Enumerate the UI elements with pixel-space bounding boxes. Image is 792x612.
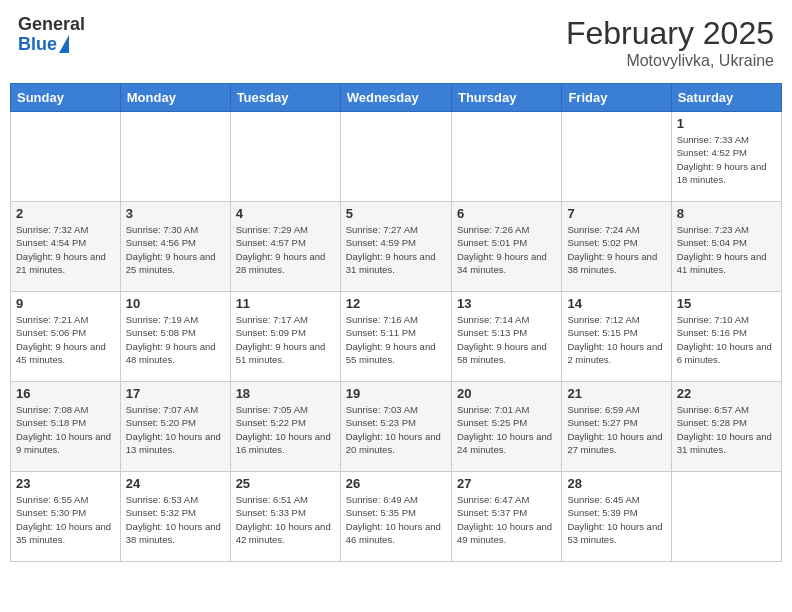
day-number: 4 [236,206,335,221]
day-number: 19 [346,386,446,401]
day-info: Sunrise: 7:26 AM Sunset: 5:01 PM Dayligh… [457,223,556,276]
day-number: 3 [126,206,225,221]
calendar-cell [120,112,230,202]
calendar-header-friday: Friday [562,84,671,112]
day-number: 28 [567,476,665,491]
day-number: 9 [16,296,115,311]
day-info: Sunrise: 6:49 AM Sunset: 5:35 PM Dayligh… [346,493,446,546]
calendar-cell [11,112,121,202]
day-info: Sunrise: 7:10 AM Sunset: 5:16 PM Dayligh… [677,313,776,366]
month-title: February 2025 [566,15,774,52]
calendar-cell [230,112,340,202]
day-number: 20 [457,386,556,401]
day-number: 26 [346,476,446,491]
day-info: Sunrise: 7:21 AM Sunset: 5:06 PM Dayligh… [16,313,115,366]
day-info: Sunrise: 6:51 AM Sunset: 5:33 PM Dayligh… [236,493,335,546]
day-info: Sunrise: 7:07 AM Sunset: 5:20 PM Dayligh… [126,403,225,456]
day-info: Sunrise: 7:14 AM Sunset: 5:13 PM Dayligh… [457,313,556,366]
day-info: Sunrise: 7:01 AM Sunset: 5:25 PM Dayligh… [457,403,556,456]
day-number: 23 [16,476,115,491]
calendar-cell: 9Sunrise: 7:21 AM Sunset: 5:06 PM Daylig… [11,292,121,382]
day-number: 22 [677,386,776,401]
day-info: Sunrise: 7:23 AM Sunset: 5:04 PM Dayligh… [677,223,776,276]
logo-general-text: General [18,15,85,35]
day-number: 27 [457,476,556,491]
day-number: 18 [236,386,335,401]
calendar-cell: 11Sunrise: 7:17 AM Sunset: 5:09 PM Dayli… [230,292,340,382]
day-info: Sunrise: 6:59 AM Sunset: 5:27 PM Dayligh… [567,403,665,456]
calendar-cell: 6Sunrise: 7:26 AM Sunset: 5:01 PM Daylig… [451,202,561,292]
calendar-header-saturday: Saturday [671,84,781,112]
day-number: 17 [126,386,225,401]
day-info: Sunrise: 6:55 AM Sunset: 5:30 PM Dayligh… [16,493,115,546]
logo-triangle-icon [59,35,69,53]
calendar-cell: 28Sunrise: 6:45 AM Sunset: 5:39 PM Dayli… [562,472,671,562]
calendar-cell: 19Sunrise: 7:03 AM Sunset: 5:23 PM Dayli… [340,382,451,472]
page-header: General Blue February 2025 Motovylivka, … [10,10,782,75]
calendar-week-4: 16Sunrise: 7:08 AM Sunset: 5:18 PM Dayli… [11,382,782,472]
day-info: Sunrise: 7:33 AM Sunset: 4:52 PM Dayligh… [677,133,776,186]
calendar-header-wednesday: Wednesday [340,84,451,112]
calendar-cell: 10Sunrise: 7:19 AM Sunset: 5:08 PM Dayli… [120,292,230,382]
day-number: 21 [567,386,665,401]
calendar-cell: 26Sunrise: 6:49 AM Sunset: 5:35 PM Dayli… [340,472,451,562]
logo: General Blue [18,15,85,55]
day-number: 1 [677,116,776,131]
calendar-cell: 7Sunrise: 7:24 AM Sunset: 5:02 PM Daylig… [562,202,671,292]
calendar-cell [671,472,781,562]
calendar-header-tuesday: Tuesday [230,84,340,112]
calendar-week-1: 1Sunrise: 7:33 AM Sunset: 4:52 PM Daylig… [11,112,782,202]
day-number: 12 [346,296,446,311]
day-info: Sunrise: 7:12 AM Sunset: 5:15 PM Dayligh… [567,313,665,366]
day-number: 6 [457,206,556,221]
calendar-cell: 4Sunrise: 7:29 AM Sunset: 4:57 PM Daylig… [230,202,340,292]
day-number: 14 [567,296,665,311]
day-info: Sunrise: 6:45 AM Sunset: 5:39 PM Dayligh… [567,493,665,546]
day-info: Sunrise: 7:17 AM Sunset: 5:09 PM Dayligh… [236,313,335,366]
calendar-cell: 17Sunrise: 7:07 AM Sunset: 5:20 PM Dayli… [120,382,230,472]
calendar-header-monday: Monday [120,84,230,112]
calendar-header-row: SundayMondayTuesdayWednesdayThursdayFrid… [11,84,782,112]
day-info: Sunrise: 6:53 AM Sunset: 5:32 PM Dayligh… [126,493,225,546]
calendar-cell: 27Sunrise: 6:47 AM Sunset: 5:37 PM Dayli… [451,472,561,562]
day-info: Sunrise: 7:16 AM Sunset: 5:11 PM Dayligh… [346,313,446,366]
calendar-week-5: 23Sunrise: 6:55 AM Sunset: 5:30 PM Dayli… [11,472,782,562]
calendar-cell: 25Sunrise: 6:51 AM Sunset: 5:33 PM Dayli… [230,472,340,562]
day-info: Sunrise: 7:32 AM Sunset: 4:54 PM Dayligh… [16,223,115,276]
day-info: Sunrise: 7:24 AM Sunset: 5:02 PM Dayligh… [567,223,665,276]
calendar-cell: 16Sunrise: 7:08 AM Sunset: 5:18 PM Dayli… [11,382,121,472]
day-info: Sunrise: 6:57 AM Sunset: 5:28 PM Dayligh… [677,403,776,456]
day-number: 11 [236,296,335,311]
calendar-cell: 22Sunrise: 6:57 AM Sunset: 5:28 PM Dayli… [671,382,781,472]
day-number: 13 [457,296,556,311]
calendar-header-sunday: Sunday [11,84,121,112]
location-subtitle: Motovylivka, Ukraine [566,52,774,70]
calendar-cell: 20Sunrise: 7:01 AM Sunset: 5:25 PM Dayli… [451,382,561,472]
day-number: 24 [126,476,225,491]
day-info: Sunrise: 7:30 AM Sunset: 4:56 PM Dayligh… [126,223,225,276]
day-info: Sunrise: 7:27 AM Sunset: 4:59 PM Dayligh… [346,223,446,276]
calendar-cell: 13Sunrise: 7:14 AM Sunset: 5:13 PM Dayli… [451,292,561,382]
day-info: Sunrise: 7:19 AM Sunset: 5:08 PM Dayligh… [126,313,225,366]
day-info: Sunrise: 7:29 AM Sunset: 4:57 PM Dayligh… [236,223,335,276]
logo-blue-text: Blue [18,35,57,55]
calendar-cell: 15Sunrise: 7:10 AM Sunset: 5:16 PM Dayli… [671,292,781,382]
calendar-cell: 18Sunrise: 7:05 AM Sunset: 5:22 PM Dayli… [230,382,340,472]
day-info: Sunrise: 7:05 AM Sunset: 5:22 PM Dayligh… [236,403,335,456]
day-number: 10 [126,296,225,311]
title-section: February 2025 Motovylivka, Ukraine [566,15,774,70]
calendar-week-2: 2Sunrise: 7:32 AM Sunset: 4:54 PM Daylig… [11,202,782,292]
day-number: 8 [677,206,776,221]
day-info: Sunrise: 7:08 AM Sunset: 5:18 PM Dayligh… [16,403,115,456]
calendar-cell: 23Sunrise: 6:55 AM Sunset: 5:30 PM Dayli… [11,472,121,562]
calendar-cell: 1Sunrise: 7:33 AM Sunset: 4:52 PM Daylig… [671,112,781,202]
calendar-cell: 12Sunrise: 7:16 AM Sunset: 5:11 PM Dayli… [340,292,451,382]
calendar-cell [340,112,451,202]
calendar-cell [562,112,671,202]
day-number: 5 [346,206,446,221]
day-info: Sunrise: 6:47 AM Sunset: 5:37 PM Dayligh… [457,493,556,546]
day-info: Sunrise: 7:03 AM Sunset: 5:23 PM Dayligh… [346,403,446,456]
calendar-cell [451,112,561,202]
calendar-cell: 21Sunrise: 6:59 AM Sunset: 5:27 PM Dayli… [562,382,671,472]
calendar-header-thursday: Thursday [451,84,561,112]
